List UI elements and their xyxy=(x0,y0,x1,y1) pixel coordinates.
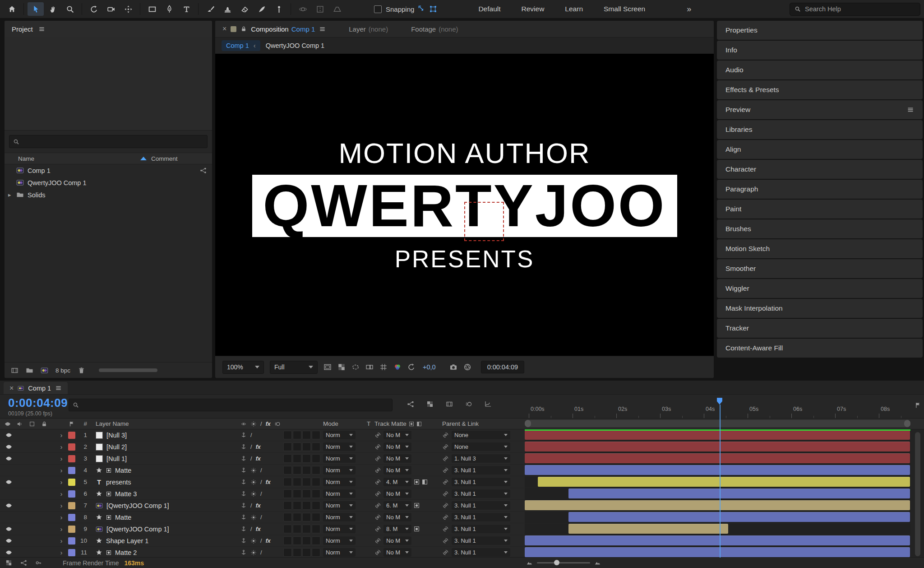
draft-3d-icon[interactable] xyxy=(426,400,434,408)
quality-switch-icon[interactable]: / xyxy=(250,502,252,509)
parent-link-dropdown[interactable]: 3. Null 1 xyxy=(452,525,510,533)
layer-label-chip[interactable] xyxy=(68,432,75,439)
layer-visibility-toggle[interactable] xyxy=(5,479,13,485)
track-matte-pickwhip-icon[interactable] xyxy=(374,479,381,485)
switch-cell[interactable] xyxy=(312,501,320,510)
layer-label-chip[interactable] xyxy=(68,514,75,521)
workspace-overflow-chevron[interactable]: » xyxy=(687,5,691,14)
layer-duration-bar[interactable] xyxy=(525,535,910,545)
eye-icon[interactable] xyxy=(5,455,12,462)
layer-track[interactable] xyxy=(525,453,910,464)
project-item-comp-1[interactable]: Comp 1 xyxy=(5,164,212,177)
switch-cell[interactable] xyxy=(283,501,292,510)
track-matte-pickwhip-icon[interactable] xyxy=(374,432,381,438)
workspace-small-screen[interactable]: Small Screen xyxy=(604,5,645,13)
trash-icon[interactable] xyxy=(78,367,85,374)
layer-track[interactable] xyxy=(525,500,910,511)
exposure-offset-value[interactable]: +0,0 xyxy=(423,363,436,371)
layer-track[interactable] xyxy=(525,441,910,452)
anchor-switch-icon[interactable] xyxy=(240,549,247,556)
composition-viewport[interactable]: MOTION AUTHOR QWERTYJOO PRESENTS xyxy=(215,54,714,356)
panel-brushes[interactable]: Brushes xyxy=(717,219,923,238)
switch-cell[interactable] xyxy=(283,548,292,557)
eye-icon[interactable] xyxy=(5,502,12,509)
blend-mode-dropdown[interactable]: Norm xyxy=(323,478,356,486)
pan-camera-tool[interactable] xyxy=(312,2,328,16)
blend-mode-dropdown[interactable]: Norm xyxy=(323,466,356,475)
layer-name-cell[interactable]: Matte xyxy=(89,514,240,521)
resolution-dropdown[interactable]: Full xyxy=(270,361,318,374)
anchor-switch-icon[interactable] xyxy=(240,526,247,532)
layer-name-cell[interactable]: Matte 3 xyxy=(89,490,240,498)
panel-smoother[interactable]: Smoother xyxy=(717,259,923,278)
work-area-bar[interactable] xyxy=(525,420,910,427)
parent-link-dropdown[interactable]: None xyxy=(452,431,510,439)
layer-name-cell[interactable]: [QwertyJOO Comp 1] xyxy=(89,526,240,533)
layer-duration-bar[interactable] xyxy=(568,524,728,534)
eye-icon[interactable] xyxy=(5,526,12,532)
tab-composition[interactable]: Composition Comp 1 xyxy=(251,25,315,33)
layer-name-cell[interactable]: Shape Layer 1 xyxy=(89,537,240,545)
layer-label-chip[interactable] xyxy=(68,549,75,556)
close-panel-icon[interactable]: × xyxy=(222,25,226,33)
switch-cell[interactable] xyxy=(302,431,311,439)
switch-cell[interactable] xyxy=(283,431,292,439)
matte-alpha-icon[interactable] xyxy=(414,526,420,532)
interpret-footage-icon[interactable] xyxy=(11,367,18,374)
workspace-review[interactable]: Review xyxy=(522,5,545,13)
switch-cell[interactable] xyxy=(293,454,301,463)
mask-visibility-icon[interactable] xyxy=(351,363,360,371)
snapshot-camera-icon[interactable] xyxy=(449,363,457,371)
panel-character[interactable]: Character xyxy=(717,160,923,179)
timeline-tab-comp1[interactable]: × Comp 1 xyxy=(4,382,68,394)
snap-along-edges-icon[interactable] xyxy=(418,5,425,13)
parent-pickwhip-icon[interactable] xyxy=(442,432,449,438)
toggle-switches-icon[interactable] xyxy=(20,559,27,566)
track-matte-dropdown[interactable]: 6. M xyxy=(383,501,411,510)
panel-mask-interpolation[interactable]: Mask Interpolation xyxy=(717,299,923,318)
motion-blur-icon[interactable] xyxy=(465,400,472,408)
panel-motion-sketch[interactable]: Motion Sketch xyxy=(717,239,923,258)
layer-name-cell[interactable]: [QwertyJOO Comp 1] xyxy=(89,502,240,509)
blend-mode-dropdown[interactable]: Norm xyxy=(323,548,356,557)
quality-switch-icon[interactable]: / xyxy=(260,537,262,544)
hand-tool[interactable] xyxy=(45,2,61,16)
switch-cell[interactable] xyxy=(293,478,301,486)
switch-cell[interactable] xyxy=(312,478,320,486)
quality-switch-icon[interactable]: / xyxy=(250,526,252,532)
layer-track[interactable] xyxy=(525,488,910,499)
expand-chevron-icon[interactable]: › xyxy=(57,443,66,451)
switch-cell[interactable] xyxy=(312,466,320,475)
blend-mode-dropdown[interactable]: Norm xyxy=(323,513,356,521)
switch-cell[interactable] xyxy=(312,454,320,463)
switch-cell[interactable] xyxy=(283,536,292,545)
layer-row-8[interactable]: ›8Matte/NormNo M3. Null 1 xyxy=(0,512,924,523)
layer-name-cell[interactable]: Matte 2 xyxy=(89,549,240,556)
lock-icon[interactable] xyxy=(240,26,247,32)
breadcrumb-comp-button[interactable]: Comp 1 ‹ xyxy=(222,40,260,51)
parent-pickwhip-icon[interactable] xyxy=(442,549,449,556)
layer-row-10[interactable]: ›10Shape Layer 1/fxNormNo M3. Null 1 xyxy=(0,535,924,546)
name-column-header[interactable]: Name xyxy=(18,155,34,162)
layer-row-3[interactable]: ›3[Null 1]/fxNormNo M1. Null 3 xyxy=(0,453,924,464)
anchor-switch-icon[interactable] xyxy=(240,503,247,509)
collapse-switch-icon[interactable] xyxy=(250,549,257,556)
expand-chevron-icon[interactable]: › xyxy=(57,513,66,521)
quality-switch-icon[interactable]: / xyxy=(260,514,262,521)
blend-mode-dropdown[interactable]: Norm xyxy=(323,536,356,545)
panel-menu-icon[interactable] xyxy=(319,26,326,33)
panel-paragraph[interactable]: Paragraph xyxy=(717,180,923,199)
blend-mode-dropdown[interactable]: Norm xyxy=(323,454,356,463)
panel-libraries[interactable]: Libraries xyxy=(717,120,923,139)
parent-pickwhip-icon[interactable] xyxy=(442,514,449,521)
anchor-switch-icon[interactable] xyxy=(240,456,247,462)
blend-mode-dropdown[interactable]: Norm xyxy=(323,442,356,451)
track-matte-column-header[interactable]: Track Matte xyxy=(374,420,407,427)
panel-effects-presets[interactable]: Effects & Presets xyxy=(717,80,923,99)
tab-layer[interactable]: Layer(none) xyxy=(349,25,388,33)
switch-cell[interactable] xyxy=(283,513,292,521)
fx-switch-icon[interactable]: fx xyxy=(266,479,271,485)
track-matte-dropdown[interactable]: No M xyxy=(383,442,411,451)
zoom-slider-handle[interactable] xyxy=(554,560,559,565)
expand-chevron-icon[interactable]: › xyxy=(57,549,66,556)
